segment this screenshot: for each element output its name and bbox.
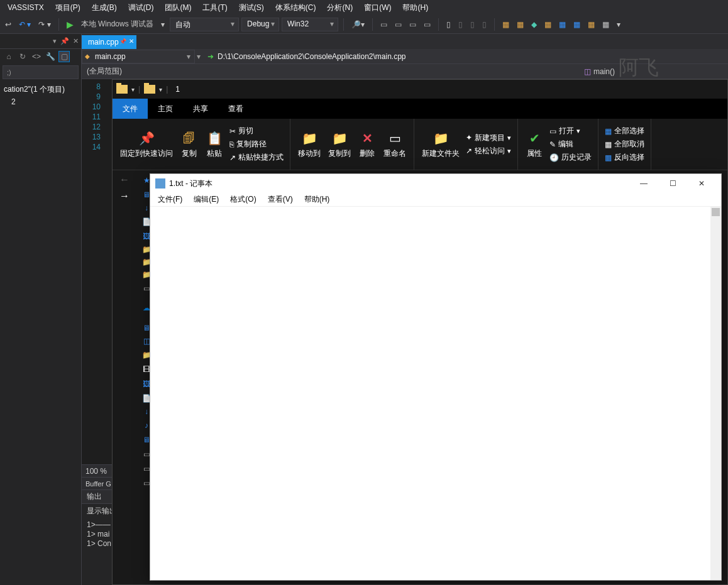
tab-close-icon[interactable]: ✕ <box>129 38 134 45</box>
minimize-button[interactable]: — <box>629 174 658 193</box>
menu-debug[interactable]: 调试(D) <box>123 1 159 15</box>
selectall-button[interactable]: ▦全部选择 <box>605 125 644 137</box>
menu-analyze[interactable]: 分析(N) <box>322 1 358 15</box>
scrollbar-thumb[interactable] <box>712 208 720 216</box>
tab-view[interactable]: 查看 <box>218 99 253 119</box>
undo-icon[interactable]: ↶ ▾ <box>16 19 33 30</box>
easyaccess-button[interactable]: ↗轻松访问 ▾ <box>466 145 511 157</box>
rename-button[interactable]: ▭重命名 <box>382 128 407 160</box>
tab-main-cpp[interactable]: main.cpp 📌 ✕ <box>82 35 136 49</box>
moveto-button[interactable]: 📁移动到 <box>297 128 322 160</box>
path-segment[interactable]: 1 <box>175 85 180 94</box>
play-icon[interactable]: ▶ <box>64 18 76 31</box>
tab-pin-icon[interactable]: 📌 <box>119 38 126 45</box>
menu-team[interactable]: 团队(M) <box>160 1 196 15</box>
tb-icon6[interactable]: ▯ <box>444 19 453 30</box>
addr-sep2: | <box>166 85 168 94</box>
redo-icon[interactable]: ↷ ▾ <box>36 19 53 30</box>
tab-share[interactable]: 共享 <box>183 99 218 119</box>
tb-iconB[interactable]: ▦ <box>514 19 526 30</box>
panel-close-icon[interactable]: ✕ <box>73 37 79 45</box>
notepad-titlebar[interactable]: 1.txt - 记事本 — ☐ ✕ <box>150 174 721 193</box>
tb-icon8[interactable]: ▯ <box>468 19 477 30</box>
open-button[interactable]: ▭打开 ▾ <box>549 125 592 137</box>
np-menu-format[interactable]: 格式(O) <box>225 193 261 206</box>
menu-arch[interactable]: 体系结构(C) <box>270 1 321 15</box>
notepad-icon <box>155 178 165 189</box>
invert-button[interactable]: ▦反向选择 <box>605 151 644 163</box>
history-button[interactable]: 🕘历史记录 <box>549 151 592 163</box>
scope-combo[interactable]: (全局范围) <box>87 66 122 77</box>
delete-button[interactable]: ✕删除 <box>357 128 377 160</box>
menu-help[interactable]: 帮助(H) <box>397 1 433 15</box>
explorer-ribbon-tabs: 文件 主页 共享 查看 <box>113 99 727 119</box>
properties-button[interactable]: ✔属性 <box>524 128 544 160</box>
target-combo[interactable]: 自动 <box>170 18 239 31</box>
chevron-icon[interactable]: ▾ <box>131 86 135 93</box>
copyto-button[interactable]: 📁复制到 <box>327 128 352 160</box>
notepad-textarea[interactable] <box>150 207 721 580</box>
tb-iconH[interactable]: ▦ <box>600 19 612 30</box>
np-menu-file[interactable]: 文件(F) <box>153 193 187 206</box>
np-menu-help[interactable]: 帮助(H) <box>299 193 335 206</box>
tab-home[interactable]: 主页 <box>148 99 183 119</box>
lp-wrench-icon[interactable]: 🔧 <box>45 52 55 62</box>
tb-iconE[interactable]: ▦ <box>556 19 568 30</box>
edit-button[interactable]: ✎编辑 <box>549 138 592 150</box>
tb-iconF[interactable]: ▦ <box>571 19 583 30</box>
tb-iconG[interactable]: ▦ <box>585 19 597 30</box>
function-combo[interactable]: ◫main() <box>584 67 615 76</box>
lp-view-icon[interactable]: ▢ <box>59 52 69 62</box>
notepad-scrollbar[interactable] <box>710 207 721 580</box>
debugger-chev[interactable]: ▾ <box>158 19 167 30</box>
lp-refresh-icon[interactable]: ↻ <box>18 52 28 62</box>
tb-iconA[interactable]: ▦ <box>500 19 512 30</box>
tb-icon2[interactable]: ▭ <box>378 19 390 30</box>
nav-back-arrow[interactable]: ← <box>119 174 130 185</box>
project-node[interactable]: 2 <box>4 96 77 107</box>
copypath-button[interactable]: ⎘复制路径 <box>229 138 284 150</box>
context-bar: (全局范围) ◫main() <box>82 64 728 79</box>
tb-icon5[interactable]: ▭ <box>421 19 433 30</box>
np-menu-view[interactable]: 查看(V) <box>263 193 298 206</box>
tab-file[interactable]: 文件 <box>113 99 148 119</box>
np-menu-edit[interactable]: 编辑(E) <box>189 193 224 206</box>
tb-icon3[interactable]: ▭ <box>392 19 404 30</box>
menu-build[interactable]: 生成(B) <box>87 1 122 15</box>
cut-button[interactable]: ✂剪切 <box>229 125 284 137</box>
lp-code-icon[interactable]: <> <box>31 52 41 62</box>
config-combo[interactable]: Debug <box>241 18 279 31</box>
newitem-button[interactable]: ✦新建项目 ▾ <box>466 132 511 144</box>
tb-iconD[interactable]: ▦ <box>542 19 554 30</box>
file-combo[interactable]: ◆main.cpp <box>82 50 195 63</box>
close-button[interactable]: ✕ <box>687 174 716 193</box>
menu-tools[interactable]: 工具(T) <box>197 1 232 15</box>
panel-pin-icon[interactable]: 📌 <box>60 37 69 45</box>
paste-button[interactable]: 📋粘贴 <box>204 128 224 160</box>
solution-search[interactable]: ;) <box>3 65 79 79</box>
menu-vassistx[interactable]: VASSISTX <box>3 1 49 14</box>
chevron-icon2[interactable]: ▾ <box>159 86 162 93</box>
tb-icon4[interactable]: ▭ <box>407 19 419 30</box>
tb-icon7[interactable]: ▯ <box>456 19 465 30</box>
lp-home-icon[interactable]: ⌂ <box>4 52 14 62</box>
nav-fwd-arrow[interactable]: → <box>119 190 130 202</box>
tb-iconI[interactable]: ▾ <box>614 19 623 30</box>
menu-test[interactable]: 测试(S) <box>234 1 269 15</box>
pin-quickaccess-button[interactable]: 📌固定到快速访问 <box>119 128 174 160</box>
selectnone-button[interactable]: ▦全部取消 <box>605 138 644 150</box>
maximize-button[interactable]: ☐ <box>658 174 687 193</box>
tb-icon9[interactable]: ▯ <box>480 19 489 30</box>
menu-project[interactable]: 项目(P) <box>50 1 85 15</box>
copy-button[interactable]: 🗐复制 <box>179 128 199 160</box>
tb-icon1[interactable]: 🔎▾ <box>349 19 367 30</box>
menu-window[interactable]: 窗口(W) <box>359 1 396 15</box>
platform-combo[interactable]: Win32 <box>282 18 338 31</box>
pasteshortcut-button[interactable]: ↗粘贴快捷方式 <box>229 151 284 163</box>
debugger-label[interactable]: 本地 Windows 调试器 <box>79 18 156 31</box>
tb-iconC[interactable]: ◆ <box>529 19 539 30</box>
newfolder-button[interactable]: 📁新建文件夹 <box>421 128 461 160</box>
solution-node[interactable]: cation2"(1 个项目) <box>4 83 77 96</box>
panel-dropdown-icon[interactable]: ▾ <box>53 37 57 45</box>
nav-back-icon[interactable]: ↩ <box>3 19 14 30</box>
